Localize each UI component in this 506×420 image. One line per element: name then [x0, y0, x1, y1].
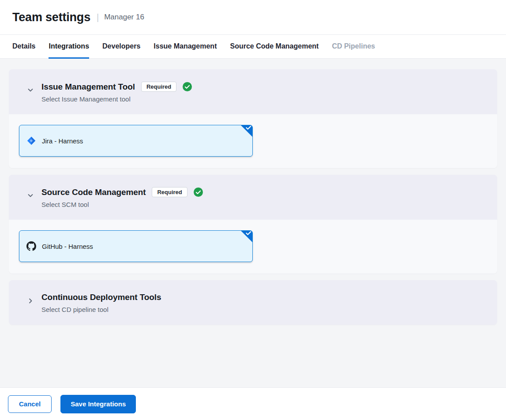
title-separator: | — [97, 12, 99, 22]
section-continuous-deployment-tools: Continuous Deployment Tools Select CD pi… — [9, 280, 497, 325]
section-body: GitHub - Harness — [9, 220, 497, 274]
option-card-github-harness[interactable]: GitHub - Harness — [19, 230, 253, 262]
tab-cd-pipelines: CD Pipelines — [332, 35, 375, 59]
jira-icon — [26, 136, 36, 146]
selected-check-icon — [240, 125, 253, 137]
section-title: Issue Management Tool — [41, 82, 135, 92]
required-badge: Required — [152, 187, 187, 197]
cancel-button[interactable]: Cancel — [8, 395, 52, 413]
tab-source-code-management[interactable]: Source Code Management — [230, 35, 319, 59]
footer-actions: Cancel Save Integrations — [0, 387, 506, 420]
chevron-down-icon[interactable] — [26, 191, 34, 199]
page-title: Team settings — [12, 11, 90, 24]
page-header: Team settings | Manager 16 — [0, 0, 506, 34]
github-icon — [26, 241, 36, 251]
section-subtitle: Select Issue Management tool — [41, 95, 487, 103]
chevron-right-icon[interactable] — [26, 297, 34, 305]
section-title: Continuous Deployment Tools — [41, 292, 161, 302]
section-subtitle: Select SCM tool — [41, 201, 487, 208]
section-issue-management-tool: Issue Management Tool Required Select Is… — [9, 69, 497, 168]
section-title: Source Code Management — [41, 188, 146, 197]
chevron-down-icon[interactable] — [26, 86, 34, 94]
section-header-cd-tools[interactable]: Continuous Deployment Tools Select CD pi… — [9, 280, 497, 325]
tab-integrations[interactable]: Integrations — [49, 35, 89, 59]
complete-check-icon — [183, 82, 192, 91]
section-subtitle: Select CD pipeline tool — [41, 306, 487, 313]
section-header-scm[interactable]: Source Code Management Required Select S… — [9, 175, 497, 220]
tab-bar: Details Integrations Developers Issue Ma… — [0, 34, 506, 59]
complete-check-icon — [194, 188, 203, 197]
save-integrations-button[interactable]: Save Integrations — [60, 395, 136, 413]
page-subtitle: Manager 16 — [104, 13, 144, 22]
section-header-issue-management[interactable]: Issue Management Tool Required Select Is… — [9, 69, 497, 114]
section-body: Jira - Harness — [9, 114, 497, 168]
option-label: Jira - Harness — [42, 137, 83, 145]
tab-issue-management[interactable]: Issue Management — [154, 35, 217, 59]
tab-developers[interactable]: Developers — [102, 35, 140, 59]
selected-check-icon — [240, 230, 253, 243]
tab-details[interactable]: Details — [12, 35, 35, 59]
team-settings-page: Team settings | Manager 16 Details Integ… — [0, 0, 506, 420]
option-card-jira-harness[interactable]: Jira - Harness — [19, 125, 253, 157]
required-badge: Required — [141, 82, 176, 92]
integrations-content: Issue Management Tool Required Select Is… — [0, 59, 506, 387]
section-source-code-management: Source Code Management Required Select S… — [9, 175, 497, 274]
option-label: GitHub - Harness — [42, 243, 93, 250]
